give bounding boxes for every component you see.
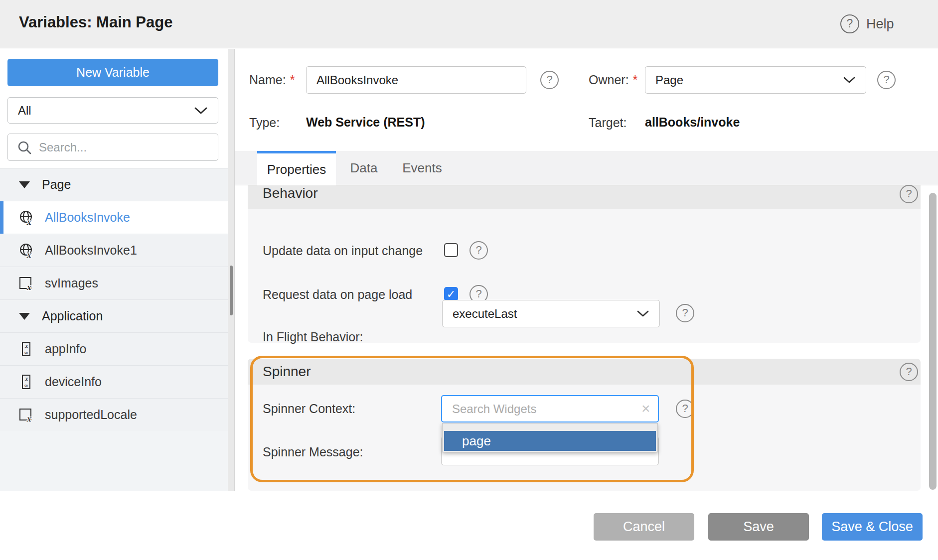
variables-dialog: Variables: Main Page ? Help New Variable… <box>0 0 938 560</box>
new-variable-button[interactable]: New Variable <box>7 59 218 86</box>
help-button[interactable]: ? Help <box>840 14 894 33</box>
tree-item-label: deviceInfo <box>45 375 102 389</box>
in-flight-help-icon[interactable]: ? <box>676 304 694 322</box>
tree-item-label: AllBooksInvoke1 <box>45 243 137 258</box>
update-data-checkbox[interactable] <box>444 243 458 257</box>
tree-item-label: AllBooksInvoke <box>45 210 130 225</box>
spinner-context-help-icon[interactable]: ? <box>676 400 694 418</box>
update-data-label: Update data on input change <box>263 244 423 258</box>
owner-select[interactable]: Page <box>645 66 866 94</box>
web-service-variable-icon: x <box>18 242 35 259</box>
request-data-checkbox[interactable]: ✓ <box>444 287 458 301</box>
tree-item-allbooksinvoke[interactable]: x AllBooksInvoke <box>0 201 228 234</box>
variables-tree: Page x AllBooksInvoke x AllBooksInvoke1 … <box>0 168 228 431</box>
chevron-down-icon <box>843 76 856 84</box>
target-label: Target: <box>589 116 626 130</box>
behavior-help-icon[interactable]: ? <box>900 185 918 203</box>
collapse-triangle-icon[interactable] <box>19 181 30 188</box>
tab-properties[interactable]: Properties <box>257 151 336 186</box>
chevron-down-icon <box>636 310 649 317</box>
search-input[interactable] <box>39 140 209 154</box>
spinner-context-input[interactable] <box>441 395 659 422</box>
help-icon[interactable]: ? <box>840 14 859 33</box>
tab-events[interactable]: Events <box>392 151 453 185</box>
properties-panel: Behavior ? Update data on input change ?… <box>235 185 938 491</box>
name-help-icon[interactable]: ? <box>540 71 559 89</box>
required-asterisk: * <box>633 73 638 87</box>
request-data-label: Request data on page load <box>263 287 412 302</box>
clear-icon[interactable]: × <box>641 401 650 416</box>
owner-help-icon[interactable]: ? <box>877 71 896 89</box>
page-title: Variables: Main Page <box>19 13 172 31</box>
dialog-footer: Cancel Save Save & Close <box>0 491 938 560</box>
web-service-variable-icon: x <box>18 209 35 226</box>
main-scrollbar-thumb[interactable] <box>929 193 937 490</box>
help-label: Help <box>866 16 894 32</box>
type-value: Web Service (REST) <box>306 115 425 130</box>
save-button[interactable]: Save <box>708 513 809 541</box>
behavior-section-title: Behavior <box>263 185 318 201</box>
variables-sidebar: New Variable All Page x A <box>0 49 228 491</box>
save-and-close-button[interactable]: Save & Close <box>822 513 923 541</box>
spinner-section-header: Spinner <box>248 359 921 385</box>
owner-selected-value: Page <box>655 73 683 87</box>
behavior-section-header: Behavior <box>248 185 921 209</box>
svg-text:∞: ∞ <box>24 350 28 355</box>
tree-item-supportedlocale[interactable]: x supportedLocale <box>0 399 228 431</box>
target-value: allBooks/invoke <box>645 115 740 130</box>
tree-group-label: Page <box>42 177 71 192</box>
behavior-section-body: Update data on input change ? Request da… <box>248 209 921 343</box>
variable-filter-select[interactable]: All <box>7 97 218 124</box>
in-flight-behavior-label: In Flight Behavior: <box>263 330 363 344</box>
search-icon <box>17 140 32 155</box>
tree-item-label: svImages <box>45 276 98 290</box>
tree-item-label: appInfo <box>45 342 86 356</box>
spinner-help-icon[interactable]: ? <box>900 363 918 381</box>
tree-item-deviceinfo[interactable]: x∞ deviceInfo <box>0 366 228 399</box>
svg-text:∞: ∞ <box>24 383 28 388</box>
dropdown-option-page[interactable]: page <box>444 431 656 451</box>
tree-group-application[interactable]: Application <box>0 300 228 333</box>
static-variable-icon: x∞ <box>18 374 35 391</box>
model-variable-icon: x <box>18 275 35 292</box>
svg-text:x: x <box>24 343 28 349</box>
tab-strip: Properties Data Events <box>235 151 938 185</box>
filter-selected-value: All <box>18 104 31 118</box>
tree-group-label: Application <box>42 309 103 323</box>
update-data-help-icon[interactable]: ? <box>469 241 488 260</box>
tree-item-label: supportedLocale <box>45 408 137 422</box>
spinner-message-label: Spinner Message: <box>263 445 363 459</box>
model-variable-icon: x <box>18 407 35 423</box>
dialog-header: Variables: Main Page ? Help <box>0 0 938 48</box>
in-flight-behavior-select[interactable]: executeLast <box>442 300 660 327</box>
tree-item-appinfo[interactable]: x∞ appInfo <box>0 333 228 366</box>
static-variable-icon: x∞ <box>18 341 35 358</box>
spinner-section-body: Spinner Context: × ? page Spinner Messag… <box>248 385 921 491</box>
tab-data[interactable]: Data <box>336 151 392 185</box>
collapse-triangle-icon[interactable] <box>19 313 30 320</box>
chevron-down-icon <box>194 107 208 115</box>
sidebar-empty-area <box>0 431 228 491</box>
sidebar-scrollbar-thumb[interactable] <box>230 266 233 315</box>
name-input[interactable] <box>306 66 526 94</box>
owner-label: Owner:* <box>589 73 637 87</box>
widget-dropdown: page <box>442 423 658 452</box>
tree-item-svimages[interactable]: x svImages <box>0 267 228 300</box>
spinner-section-title: Spinner <box>263 364 311 380</box>
svg-text:x: x <box>24 376 28 382</box>
tree-item-allbooksinvoke1[interactable]: x AllBooksInvoke1 <box>0 234 228 267</box>
spinner-context-label: Spinner Context: <box>263 402 355 416</box>
variable-search[interactable] <box>7 134 218 161</box>
name-label: Name:* <box>249 73 295 87</box>
type-label: Type: <box>249 116 280 130</box>
required-asterisk: * <box>290 73 295 87</box>
cancel-button[interactable]: Cancel <box>594 513 694 541</box>
tree-group-page[interactable]: Page <box>0 168 228 201</box>
in-flight-selected-value: executeLast <box>453 307 517 321</box>
